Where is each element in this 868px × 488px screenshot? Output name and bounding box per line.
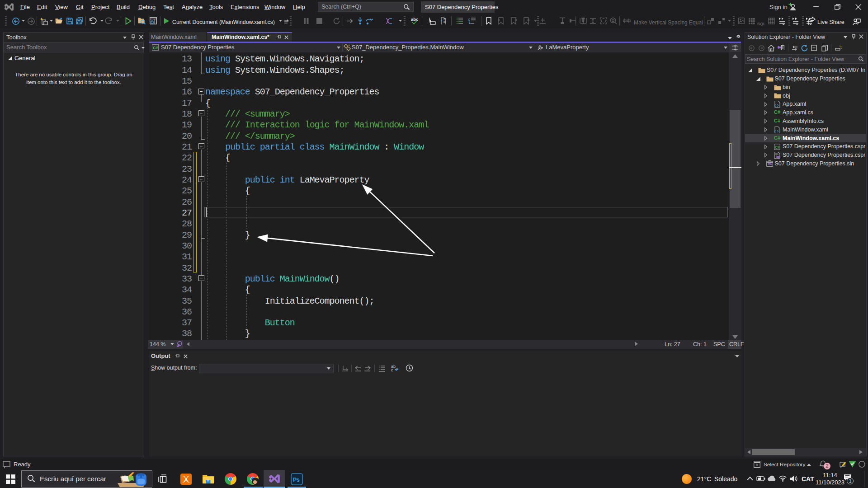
svg-text:C#: C# [775,145,780,149]
svg-text:Ps: Ps [293,477,300,483]
svg-text:C#: C# [153,46,158,50]
svg-text:c: c [391,368,393,372]
svg-text:abc: abc [411,17,418,22]
